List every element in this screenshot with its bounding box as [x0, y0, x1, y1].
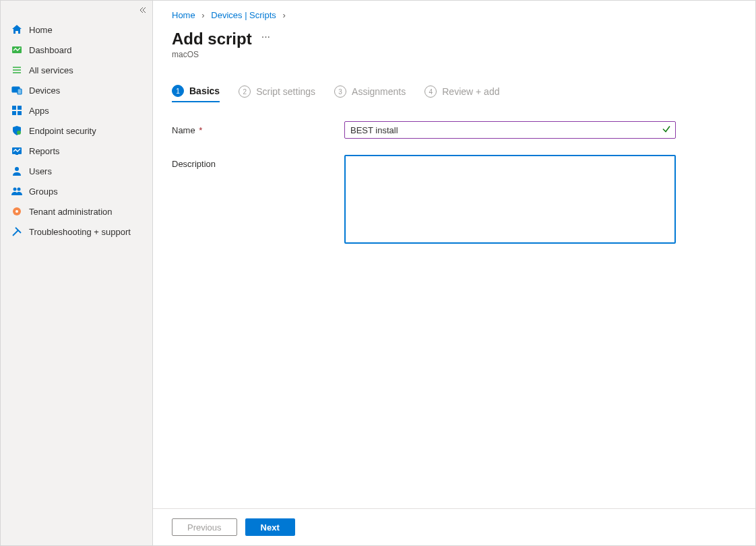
- basics-form: Name * Description: [172, 121, 736, 246]
- sidebar-item-groups[interactable]: Groups: [1, 181, 152, 201]
- sidebar-item-label: Dashboard: [29, 45, 72, 55]
- tab-number: 1: [172, 85, 184, 97]
- dashboard-icon: [11, 44, 22, 55]
- sidebar-item-label: Apps: [29, 106, 49, 116]
- sidebar-item-reports[interactable]: Reports: [1, 141, 152, 161]
- sidebar-item-label: Groups: [29, 186, 58, 197]
- tab-label: Basics: [189, 86, 220, 96]
- collapse-sidebar-icon[interactable]: [139, 6, 147, 16]
- shield-icon: [11, 125, 22, 136]
- tab-script-settings[interactable]: 2 Script settings: [239, 86, 315, 102]
- sidebar-item-label: All services: [29, 65, 73, 75]
- sidebar-item-users[interactable]: Users: [1, 161, 152, 181]
- sidebar-item-label: Endpoint security: [29, 126, 96, 136]
- svg-rect-8: [12, 111, 16, 115]
- svg-point-12: [15, 167, 19, 171]
- more-actions-icon[interactable]: ···: [261, 31, 270, 47]
- reports-icon: [11, 145, 22, 156]
- sidebar-item-tenant-administration[interactable]: Tenant administration: [1, 201, 152, 221]
- tab-review-add[interactable]: 4 Review + add: [424, 86, 499, 102]
- description-label: Description: [172, 159, 216, 169]
- tab-label: Script settings: [256, 86, 315, 97]
- main-content: Home › Devices | Scripts › Add script ··…: [153, 1, 755, 545]
- svg-point-14: [18, 188, 21, 191]
- breadcrumb-home[interactable]: Home: [172, 10, 195, 20]
- description-textarea[interactable]: [344, 155, 676, 244]
- required-indicator: *: [199, 125, 202, 135]
- sidebar-item-dashboard[interactable]: Dashboard: [1, 40, 152, 60]
- sidebar-item-apps[interactable]: Apps: [1, 100, 152, 121]
- page-subtitle: macOS: [172, 50, 736, 59]
- breadcrumb: Home › Devices | Scripts ›: [172, 10, 736, 30]
- tab-basics[interactable]: 1 Basics: [172, 85, 220, 102]
- sidebar-item-label: Devices: [29, 86, 60, 96]
- svg-rect-5: [18, 89, 22, 94]
- user-icon: [11, 166, 22, 176]
- svg-point-10: [17, 131, 21, 135]
- sidebar-item-label: Troubleshooting + support: [29, 227, 131, 237]
- tab-assignments[interactable]: 3 Assignments: [334, 86, 406, 102]
- tab-number: 2: [239, 86, 251, 98]
- wizard-tabs: 1 Basics 2 Script settings 3 Assignments…: [172, 85, 736, 102]
- gear-icon: [11, 206, 22, 217]
- name-input[interactable]: [344, 121, 676, 139]
- svg-point-13: [13, 188, 17, 191]
- breadcrumb-devices-scripts[interactable]: Devices | Scripts: [211, 10, 276, 20]
- tab-label: Assignments: [352, 86, 406, 97]
- svg-rect-6: [12, 106, 16, 110]
- home-icon: [11, 24, 22, 35]
- svg-rect-7: [18, 106, 22, 110]
- svg-point-16: [15, 210, 18, 213]
- sidebar-item-label: Home: [29, 25, 53, 35]
- previous-button[interactable]: Previous: [172, 518, 237, 536]
- list-icon: [11, 65, 22, 75]
- groups-icon: [11, 186, 22, 197]
- sidebar-item-devices[interactable]: Devices: [1, 80, 152, 100]
- next-button[interactable]: Next: [245, 518, 295, 536]
- sidebar-item-home[interactable]: Home: [1, 20, 152, 40]
- breadcrumb-separator: ›: [278, 10, 289, 20]
- sidebar-item-label: Tenant administration: [29, 207, 113, 217]
- page-title: Add script: [172, 30, 252, 48]
- sidebar-item-all-services[interactable]: All services: [1, 60, 152, 80]
- name-label: Name: [172, 125, 195, 135]
- tab-label: Review + add: [442, 86, 499, 97]
- apps-icon: [11, 105, 22, 116]
- svg-rect-9: [18, 111, 22, 115]
- sidebar-item-label: Reports: [29, 146, 60, 156]
- tab-number: 4: [424, 86, 437, 98]
- tab-number: 3: [334, 86, 346, 98]
- devices-icon: [11, 85, 22, 96]
- sidebar-item-label: Users: [29, 166, 52, 176]
- sidebar-item-troubleshooting[interactable]: Troubleshooting + support: [1, 221, 152, 242]
- breadcrumb-separator: ›: [197, 10, 208, 20]
- sidebar-item-endpoint-security[interactable]: Endpoint security: [1, 121, 152, 141]
- wizard-footer: Previous Next: [153, 508, 755, 545]
- wrench-icon: [11, 226, 22, 237]
- sidebar: Home Dashboard All services Devices Apps…: [1, 1, 153, 545]
- valid-check-icon: [662, 125, 671, 136]
